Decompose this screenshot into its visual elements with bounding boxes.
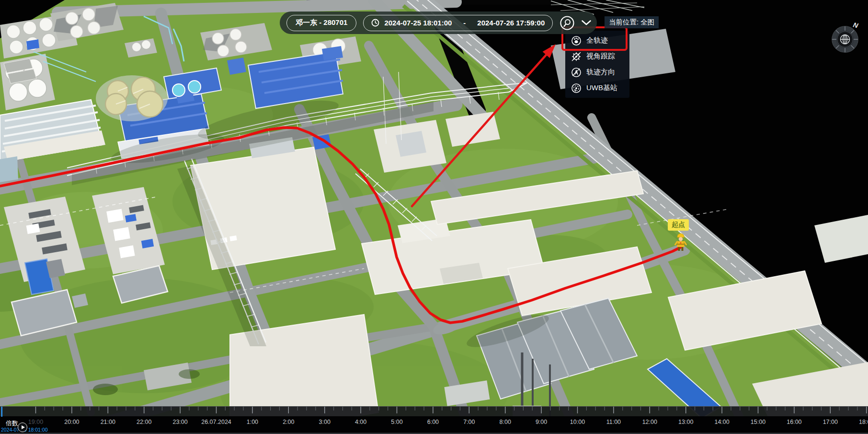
- timeline-hour-label[interactable]: 18:00: [859, 419, 868, 425]
- timeline-hour-label[interactable]: 13:00: [678, 419, 693, 425]
- trajectory-direction-icon: [571, 67, 582, 78]
- timeline-hour-label[interactable]: 9:00: [536, 419, 547, 425]
- timeline-hour-label[interactable]: 5:00: [391, 419, 402, 425]
- timeline-hour-label[interactable]: 3:00: [319, 419, 331, 425]
- play-icon: [22, 425, 25, 429]
- menu-item-uwb-base-station[interactable]: UWB基站: [565, 80, 629, 96]
- worker-figure: [673, 232, 689, 252]
- clock-icon: [371, 19, 379, 27]
- compass-globe-icon: [841, 35, 850, 44]
- date-separator: -: [457, 19, 472, 27]
- view-tracking-icon: [571, 51, 582, 62]
- compass-north-label: N: [852, 21, 859, 29]
- compass[interactable]: N: [829, 20, 863, 57]
- menu-item-full-trajectory[interactable]: 全轨迹: [565, 33, 629, 48]
- menu-item-view-tracking[interactable]: 视角跟踪: [565, 48, 629, 64]
- timeline-hour-label[interactable]: 4:00: [355, 419, 366, 425]
- current-location-label: 当前位置: 全图: [605, 16, 659, 28]
- timeline-hour-label[interactable]: 6:00: [427, 419, 439, 425]
- menu-item-label: 轨迹方向: [586, 68, 615, 77]
- 3d-map-scene[interactable]: [0, 0, 868, 434]
- menu-item-label: 视角跟踪: [586, 52, 615, 61]
- full-trajectory-icon: [571, 35, 582, 46]
- locate-button[interactable]: [560, 15, 575, 31]
- top-toolbar: 邓一东 - 280701 2024-07-25 18:01:00 - 2024-…: [280, 12, 597, 34]
- menu-item-trajectory-direction[interactable]: 轨迹方向: [565, 64, 629, 80]
- timeline-hour-label[interactable]: 8:00: [500, 419, 511, 425]
- menu-item-label: 全轨迹: [586, 36, 608, 45]
- play-button[interactable]: [18, 422, 27, 432]
- menu-item-label: UWB基站: [586, 83, 617, 93]
- date-range-picker[interactable]: 2024-07-25 18:01:00 - 2024-07-26 17:59:0…: [363, 15, 553, 31]
- start-point-label: 起点: [668, 219, 689, 231]
- locate-icon: [560, 15, 575, 31]
- timeline-hour-label[interactable]: 11:00: [606, 419, 621, 425]
- date-start: 2024-07-25 18:01:00: [384, 19, 452, 27]
- date-end: 2024-07-26 17:59:00: [477, 19, 545, 27]
- timeline-hour-label[interactable]: 7:00: [463, 419, 475, 425]
- timeline-hour-label[interactable]: 23:00: [172, 419, 187, 425]
- layer-dropdown-menu: 全轨迹 视角跟踪 轨迹方向 UWB基站: [565, 31, 629, 98]
- timeline-hour-label[interactable]: 14:00: [714, 419, 729, 425]
- person-selector-label: 邓一东 - 280701: [296, 18, 347, 27]
- timeline-hour-label[interactable]: 16:00: [787, 419, 801, 425]
- timeline-hour-label[interactable]: 26.07.2024: [201, 419, 231, 425]
- uwb-base-station-icon: [571, 83, 582, 94]
- timeline-hour-label[interactable]: 17:00: [823, 419, 838, 425]
- chevron-down-icon: [582, 20, 591, 25]
- playback-speed-label: 倍数: [6, 419, 18, 428]
- dropdown-toggle[interactable]: [582, 15, 591, 31]
- person-selector[interactable]: 邓一东 - 280701: [286, 15, 356, 31]
- timeline-hour-label[interactable]: 1:00: [247, 419, 258, 425]
- timeline-hour-label[interactable]: 15:00: [751, 419, 765, 425]
- timeline-hour-label[interactable]: 12:00: [642, 419, 657, 425]
- playback-controls: 2024-07-25 18:01:00 倍数: [0, 406, 144, 434]
- trajectory-playback-screen: 邓一东 - 280701 2024-07-25 18:01:00 - 2024-…: [0, 0, 868, 434]
- timeline-hour-label[interactable]: 10:00: [570, 419, 585, 425]
- timeline-hour-label[interactable]: 2:00: [283, 419, 294, 425]
